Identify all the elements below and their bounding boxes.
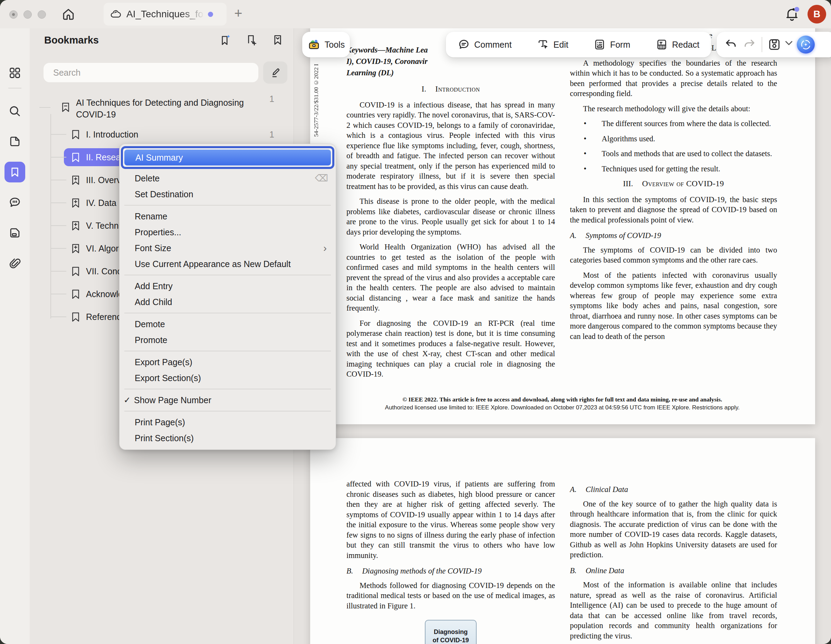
context-menu-item[interactable]: Set Destination [119,186,336,202]
subheading-number: A. [570,485,576,494]
export-document-icon[interactable] [8,226,21,239]
subsection-heading: B.Online Data [570,566,777,576]
bookmark-icon [70,243,81,254]
save-options-chevron-icon[interactable] [785,41,793,48]
bookmark-page-number: 1 [269,94,274,104]
edit-button[interactable]: Edit [537,38,568,51]
menu-item-label: Properties... [135,227,181,238]
bookmark-icon [70,266,81,277]
edit-text-icon [537,38,549,51]
paragraph: For diagnosing the COVID-19 an RT-PCR (r… [346,318,555,379]
subheading-number: B. [570,566,576,575]
context-menu-item[interactable]: Print Section(s) [119,430,336,446]
zoom-window-button[interactable] [38,10,46,19]
menu-item-label: Rename [135,212,167,222]
context-menu-item[interactable]: Use Current Appearance as New Default [119,256,336,272]
tools-button[interactable]: Tools [302,32,350,57]
flowchart-node-label: of COVID-19 [432,636,469,644]
context-menu-item[interactable]: Export Page(s) [119,354,336,370]
menu-separator [124,205,331,206]
bookmark-item-label: VII. Conc [86,265,122,277]
cloud-icon [110,8,122,20]
bookmark-icon [70,174,81,185]
bookmark-row[interactable]: AI Techniques for Detecting and Diagnosi… [30,94,294,122]
heading-text: Overview of COVID-19 [642,179,724,188]
tree-tick [51,225,66,226]
bookmark-item-label: AI Techniques for Detecting and Diagnosi… [76,97,263,120]
context-menu-item[interactable]: Font Size › [119,240,336,256]
context-menu-item[interactable]: Delete ⌫ [119,171,336,186]
comment-button[interactable]: Comment [458,38,511,51]
bullet-dot: • [584,148,602,159]
keywords-line: Learning (DL) [346,67,555,78]
tree-tick [51,134,66,135]
home-icon[interactable] [61,7,76,22]
document-icon[interactable] [8,135,21,148]
context-menu-item[interactable]: Rename [119,208,336,224]
redo-icon[interactable] [743,38,756,51]
bullet-text: Algorithms used. [602,134,655,144]
close-window-button[interactable] [10,10,18,19]
figure-diagnosing-covid: Diagnosingof COVID-19 [425,620,477,644]
subheading-text: Online Data [586,566,624,575]
form-icon [593,38,606,51]
menu-item-trailing-icon: › [323,242,327,254]
paragraph: Most of the information is available onl… [570,580,777,641]
context-menu-item[interactable]: Add Entry [119,278,336,294]
document-tab[interactable]: AI_Techniques_for_De [103,3,226,26]
comment-icon [458,38,470,51]
context-menu-item[interactable]: Print Page(s) [119,414,336,430]
menu-separator [124,389,331,389]
context-menu-item[interactable]: Export Section(s) [119,370,336,386]
paragraph: Most of the patients infected with coron… [570,270,777,342]
bullet-dot: • [584,118,602,129]
form-button[interactable]: Form [593,38,630,51]
search-input[interactable] [53,67,247,78]
undo-icon[interactable] [724,38,738,51]
add-bookmark-icon[interactable] [245,34,258,46]
redact-label: Redact [672,40,699,50]
page2-left-column: affected with COVID-19 virus, if patient… [346,479,555,644]
user-avatar[interactable]: B [807,5,826,24]
bookmark-row[interactable]: I. Introduction 1 [30,126,294,143]
bookmark-item-label: II. Resear [86,151,123,163]
edit-bookmarks-button[interactable] [263,62,287,84]
collapse-bookmarks-icon[interactable] [271,34,284,46]
bookmark-item-label: V. Techni [86,220,121,231]
comments-icon[interactable] [8,196,21,209]
bookmark-icon [70,311,81,322]
page-footer: © IEEE 2022. This article is free to acc… [331,396,794,411]
search-icon[interactable] [8,105,21,118]
minimize-window-button[interactable] [24,10,32,19]
context-menu-item[interactable]: Demote [119,316,336,332]
flowchart-node-label: Diagnosing [434,628,468,636]
edit-label: Edit [553,40,568,50]
bookmark-item-label: Acknowle [86,288,123,300]
redact-button[interactable]: Redact [656,38,699,51]
notifications-bell-icon[interactable] [784,6,800,22]
attachments-paperclip-icon[interactable] [8,257,21,270]
bookmarks-icon-active[interactable] [5,162,25,182]
ai-bookmark-icon[interactable] [219,34,231,46]
new-tab-button[interactable]: + [231,6,246,21]
bookmark-item-label: I. Introduction [86,129,138,140]
menu-separator [124,411,331,411]
ai-summary-highlight-box: AI Summary [121,146,334,169]
paragraph: The research methodology will give the d… [570,104,777,114]
actions-toolbar [717,32,831,57]
context-menu-item[interactable]: Add Child [119,294,336,310]
save-icon[interactable] [767,38,781,51]
titlebar: AI_Techniques_for_De + B [0,0,831,28]
context-menu-item[interactable]: Promote [119,332,336,348]
ai-assistant-button[interactable] [797,35,815,54]
context-menu-item-ai-summary[interactable]: AI Summary [124,150,331,166]
subsection-heading: B.Diagnosing methods of the COVID-19 [346,566,555,576]
thumbnails-grid-icon[interactable] [8,66,21,80]
context-menu-item[interactable]: Properties... [119,224,336,240]
bullet-text: Techniques used for getting the result. [602,164,720,174]
panel-title: Bookmarks [44,35,99,46]
paragraph: This disease is prone to the older peopl… [346,196,555,237]
bookmark-item-label: III. Overv [86,174,121,186]
tree-tick [39,107,51,108]
context-menu-item[interactable]: ✓ Show Page Number [119,392,336,408]
